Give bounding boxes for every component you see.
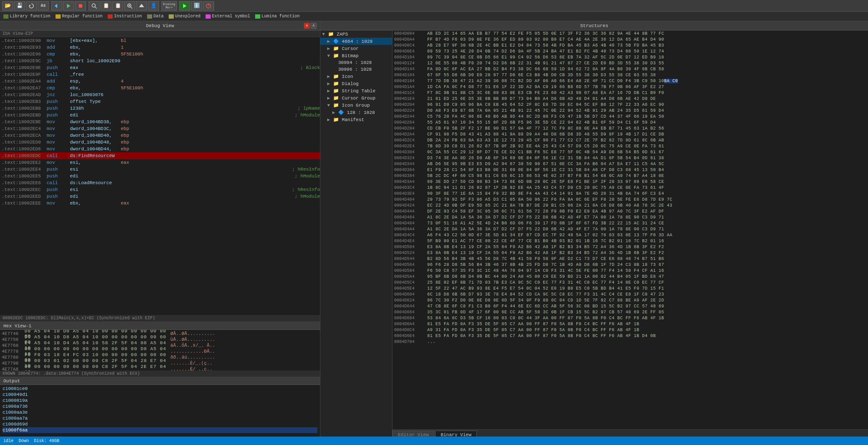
play-button[interactable]: [63, 1, 74, 11]
refresh-button[interactable]: [26, 1, 37, 11]
hex-data-row[interactable]: 0004D6E481 E5 FA FD 0A F3 35 DE 5F 05 C7…: [392, 333, 868, 339]
resource-tree[interactable]: ▼📁 ZAPS▶🔷 4664 : 1028▶📁 Cursor▼📁 Bitmap3…: [320, 30, 392, 445]
hex-data-row[interactable]: 0004D5C425 8E 02 EF 8B 71 7D 03 7B E3 CA…: [392, 279, 868, 285]
asm-line[interactable]: .text:10002EA4addesp,4: [0, 78, 320, 85]
hex-data-row[interactable]: 0004D3C41B 8C 94 11 D1 26 02 87 1F 2B 92…: [392, 185, 868, 191]
clipboard2-button[interactable]: 📋: [112, 1, 123, 11]
asm-line[interactable]: .text:10002E9Fcall_free: [0, 71, 320, 78]
info-button[interactable]: ℹ️: [191, 1, 202, 11]
hex-data-row[interactable]: 0004D20496 91 D9 C9 05 06 BA C0 EB 45 64…: [392, 102, 868, 108]
hex-data-row[interactable]: 0004D2C4DB 2A 24 FB 63 0A 63 A3 1E 12 73…: [392, 137, 868, 143]
hex-content[interactable]: 4E7748D8 A5 04 10 D8 A5 04 10 00 00 00 0…: [0, 330, 320, 370]
hex-data-row[interactable]: 0004D4C4A6 F4 43 C2 50 0D 67 3E 5D 81 34…: [392, 232, 868, 238]
hex-data-row[interactable]: 0004D084AB ED 2C 14 65 AA EB B7 77 54 E2…: [392, 30, 868, 36]
search-icon[interactable]: [89, 1, 100, 11]
power-button[interactable]: [203, 1, 214, 11]
asm-line[interactable]: .text:10002ECAmovdword_1004BD40,ebp: [0, 132, 320, 139]
dialog-button[interactable]: Dialog Mer+: [161, 1, 177, 11]
hex-data-row[interactable]: 0004D2E47B 0D 39 C8 D1 26 02 87 7B 0F 2B…: [392, 143, 868, 149]
hex-data-row[interactable]: 0004D62496 7C 30 F2 D0 0E 6E D8 9E 6D 5F…: [392, 297, 868, 303]
tree-item[interactable]: ▶📁 Manifest: [320, 116, 392, 123]
asm-line[interactable]: .text:10002EE5pushedi; hModule: [0, 173, 320, 180]
hex-data-row[interactable]: 0004D1E421 81 ED 25 6E D5 3E 8B BB 80 D7…: [392, 96, 868, 102]
hex-data-row[interactable]: 0004D284CD CB F0 5B 2F F2 17 BE 90 D1 57…: [392, 125, 868, 131]
asm-line[interactable]: .text:10002EECpushesi; hResInfo: [0, 186, 320, 193]
hex-data-row[interactable]: 0004D40429 73 79 92 5F F3 06 A5 D3 C1 05…: [392, 196, 868, 202]
debug-content[interactable]: .text:10002E90mov[ebx+eax],bl.text:10002…: [0, 37, 320, 315]
hex-data-row[interactable]: 0004D10489 7C 39 04 8E CE 0B D5 66 E1 99…: [392, 54, 868, 60]
asm-line[interactable]: .text:10002ED6movdword_1004BD44,ebp: [0, 146, 320, 152]
hex-data-row[interactable]: 0004D64447 CB 8E 6F C8 F1 C3 B8 6F F4 44…: [392, 303, 868, 309]
hex-data-row[interactable]: 0004D584F6 50 C8 57 35 F3 3C 1C 48 4A 76…: [392, 268, 868, 274]
hex-data-row[interactable]: 0004D3845B 2C DC 4F 60 C5 98 E1 C6 E6 6C…: [392, 173, 868, 179]
hex-data-row[interactable]: 0004D364E1 F9 28 C1 54 8F E3 B8 0E 31 69…: [392, 167, 868, 173]
tree-item[interactable]: ▶📁 Cursor: [320, 45, 392, 52]
hex-data-row[interactable]: 0004D504E3 8A 0B E4 13 19 CF 2A 55 64 F9…: [392, 244, 868, 250]
hex-data-row[interactable]: 0004D26455 A5 61 97 10 34 55 15 8F 2D 6B…: [392, 119, 868, 125]
tree-item[interactable]: 30994 : 1028: [320, 59, 392, 66]
open-button[interactable]: 📂: [2, 1, 13, 11]
hex-data-row[interactable]: 0004D244C5 76 20 FA 4C 06 6E 40 B6 AB 9D…: [392, 113, 868, 119]
up-button[interactable]: [136, 1, 147, 11]
asm-line[interactable]: .text:10002EB3pushoffset Type: [0, 98, 320, 105]
asm-line[interactable]: .text:10002E9Epusheax; Block: [0, 64, 320, 71]
save-button[interactable]: 💾: [14, 1, 25, 11]
debug-close-button[interactable]: ✕: [304, 23, 310, 29]
tree-item[interactable]: ▶📁 String Table: [320, 87, 392, 94]
hex-data-row[interactable]: 0004D2A4CF 91 98 F5 D8 43 41 A3 88 41 9A…: [392, 131, 868, 137]
output-content[interactable]: c10001ce0c100049d1c1000819ac1000a736c100…: [0, 385, 320, 445]
hex-data-row[interactable]: 0004D704...: [392, 339, 868, 345]
hex-data-row[interactable]: 0004D6046C 18 D8 6B 6B D7 93 3E 78 E4 84…: [392, 291, 868, 297]
asm-line[interactable]: .text:10002E93addebx,1: [0, 44, 320, 51]
hex-data-row[interactable]: 0004D464A1 8C 2E DA 1A 5A 36 3A D7 D2 CF…: [392, 214, 868, 220]
hex-data-row[interactable]: 0004D544B2 8D 56 B4 3B 4B 45 56 D8 7C 4B…: [392, 256, 868, 262]
hex-data-row[interactable]: 0004D16467 6F 55 D8 6B D0 E0 28 97 77 D0…: [392, 72, 868, 78]
hex-data-row[interactable]: 0004D1A41D CA FA 0C F4 D8 77 51 E6 1F 22…: [392, 84, 868, 90]
hex-data-row[interactable]: 0004D144FA 8D 0C 6F AC EA 27 BB D2 B4 F3…: [392, 66, 868, 72]
tree-item[interactable]: ▶🔷 128 : 1028: [320, 109, 392, 116]
hex-data-row[interactable]: 0004D0A4FF B7 4D F6 03 D9 0E FE 36 EF ED…: [392, 36, 868, 42]
debug-config-button[interactable]: A: [311, 23, 317, 29]
hex-data-row[interactable]: 0004D18477 7D DB 38 47 21 A2 39 36 08 7C…: [392, 78, 868, 84]
hex-data-row[interactable]: 0004D5A495 BF 6B D8 6B D4 0B BC 44 00 24…: [392, 274, 868, 279]
asm-line[interactable]: .text:10002EC4movdword_1004BD3C,ebp: [0, 125, 320, 132]
as-button[interactable]: As: [38, 1, 49, 11]
hex-data-row[interactable]: 0004D524E3 8A 0B E4 13 19 CF 2A 55 64 F9…: [392, 250, 868, 256]
tree-item[interactable]: ▶📁 Cursor Group: [320, 94, 392, 102]
hex-data-row[interactable]: 0004D48473 0F 51 16 A1 A2 5E 4D 24 B0 6D…: [392, 220, 868, 226]
hex-data-row[interactable]: 0004D224D0 A8 F3 E9 87 6B 7A 0A 95 21 4B…: [392, 108, 868, 113]
asm-line[interactable]: .text:10002EBDpushedi; hModule: [0, 112, 320, 119]
tree-item[interactable]: ▶🔷 4664 : 1028: [320, 38, 392, 45]
tree-item[interactable]: ▼📁 Icon Group: [320, 102, 392, 109]
asm-line[interactable]: .text:10002EE4pushesi; hResInfo: [0, 166, 320, 173]
hex-data-row[interactable]: 0004D3A409 3E DD 27 50 CD 08 B3 34 73 6E…: [392, 179, 868, 185]
clipboard-button[interactable]: 📋: [100, 1, 111, 11]
hex-data-row[interactable]: 0004D1C4F7 8C 9B 91 8B C5 3C 6E 09 83 0E…: [392, 90, 868, 96]
tree-item[interactable]: ▶📁 Icon: [320, 73, 392, 80]
person-button[interactable]: 👤: [148, 1, 159, 11]
tree-item[interactable]: 30996 : 1028: [320, 66, 392, 73]
hex-data-row[interactable]: 0004D344AB D6 5E 95 9B E3 E5 D9 A2 94 67…: [392, 161, 868, 167]
hex-data-row[interactable]: 0004D4A4A1 8C 2E DA 1A 5A 36 3A D7 D2 CF…: [392, 226, 868, 232]
hex-data-row[interactable]: 0004D3E490 3F 8E 77 1E 6A 15 84 F9 32 BD…: [392, 191, 868, 196]
hex-line[interactable]: 4E77A800 00 00 00 00 00 00 00 C8 2F 5F 0…: [2, 366, 318, 370]
asm-line[interactable]: .text:10002EADjnzloc_10003076: [0, 91, 320, 98]
hex-data-row[interactable]: 0004D0E409 59 73 25 4E 20 D4 0B 74 D2 D6…: [392, 48, 868, 54]
asm-line[interactable]: .text:10002EEEmovebx,eax: [0, 200, 320, 207]
hex-data-row[interactable]: 0004D6A481 E5 FA FD 0A F3 35 DE 5F 05 C7…: [392, 321, 868, 327]
run-button[interactable]: [179, 1, 190, 11]
hex-data-row[interactable]: 0004D324D3 74 3E AA 0D 26 D8 AB 6F 34 69…: [392, 155, 868, 161]
hex-data-row[interactable]: 0004D424EC 22 4D 0B DF E9 5D 85 2C 21 8A…: [392, 202, 868, 208]
asm-line[interactable]: .text:10002EA7cmpebx,5F5E100h: [0, 85, 320, 91]
hex-data-row[interactable]: 0004D68453 84 6A 6C D3 5B CF 16 00 03 C9…: [392, 315, 868, 321]
asm-line[interactable]: .text:10002EDCcallds:FindResourceW: [0, 152, 320, 159]
back-button[interactable]: [51, 1, 62, 11]
tree-item[interactable]: ▶📁 Dialog: [320, 80, 392, 87]
asm-line[interactable]: .text:10002E90mov[ebx+eax],bl: [0, 37, 320, 44]
stop-button[interactable]: [75, 1, 86, 11]
tree-item[interactable]: ▼📁 Bitmap: [320, 52, 392, 59]
hex-data-row[interactable]: 0004D6C4A9 31 FA FD 0A F3 35 DE 5F 05 C7…: [392, 327, 868, 333]
asm-line[interactable]: .text:10002EE6callds:LoadResource: [0, 180, 320, 186]
asm-line[interactable]: .text:10002E96cmpebx,5F5E100h: [0, 51, 320, 58]
hex-data-row[interactable]: 0004D444DF 2E 93 C4 58 EF 3C 95 36 6C 71…: [392, 208, 868, 214]
